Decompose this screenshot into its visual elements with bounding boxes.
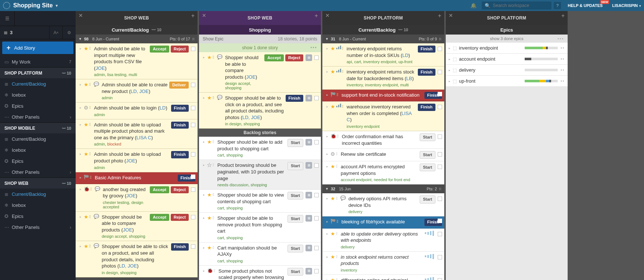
story-checkbox[interactable] — [314, 269, 319, 273]
story-card[interactable]: ▸ 🏁 Basic Admin Features Finish — [76, 172, 198, 184]
my-work-nav[interactable]: ▭ My Work 7 — [0, 56, 76, 67]
expand-icon[interactable]: ▸ — [203, 193, 205, 197]
expand-icon[interactable]: ▸ — [80, 176, 82, 179]
estimate-picker[interactable] — [425, 254, 434, 259]
finish-button[interactable]: Finish — [171, 243, 189, 250]
story-card[interactable]: ▸ ★ 💬 Admin should be able to create new… — [76, 79, 198, 103]
story-labels[interactable]: needs discussion, shopping — [217, 183, 286, 187]
story-card[interactable]: ▸ ★ 💬 delivery options API returns devic… — [322, 193, 444, 216]
story-checkbox[interactable] — [191, 152, 195, 157]
close-icon[interactable]: ✕ — [79, 12, 83, 18]
show-done-epics[interactable]: show 3 done epics••• — [446, 35, 568, 43]
add-story-button[interactable]: Add Story — [2, 42, 73, 54]
drag-handle[interactable] — [341, 47, 344, 50]
drag-handle[interactable] — [336, 135, 339, 137]
panel-count[interactable]: 3 — [0, 26, 49, 39]
star-icon[interactable]: ★ — [207, 192, 212, 197]
drag-handle[interactable] — [88, 83, 91, 86]
story-card[interactable]: ▸ ★ differentiate online and physical — [322, 275, 444, 280]
finish-button[interactable]: Finish — [418, 46, 435, 53]
story-labels[interactable]: chester testing, design accepted — [103, 200, 148, 209]
close-icon[interactable]: ✕ — [202, 12, 206, 18]
expand-icon[interactable]: ▸ — [326, 255, 328, 259]
start-button[interactable]: Start — [287, 245, 303, 252]
story-checkbox[interactable] — [438, 232, 442, 236]
star-icon[interactable]: ★ — [330, 231, 335, 236]
sidebar-section[interactable]: SHOP WEB10 — [0, 177, 76, 189]
bell-icon[interactable]: 🔔 — [470, 3, 477, 8]
chevron-down-icon[interactable]: ▼ — [55, 4, 59, 8]
story-menu-icon[interactable]: ✲ — [305, 215, 312, 222]
accept-button[interactable]: Accept — [150, 46, 169, 53]
star-icon[interactable]: ★ — [84, 151, 88, 157]
story-card[interactable]: ▸ ★ account API returns encrypted paymen… — [322, 161, 444, 184]
show-done-row[interactable]: show 1 done story••• — [199, 43, 321, 52]
epic-row[interactable]: ▸ ⬚ delivery •• — [446, 65, 568, 76]
accept-button[interactable]: Accept — [150, 214, 169, 221]
story-labels[interactable]: design accept, shopping — [225, 81, 263, 90]
sidebar-item[interactable]: ❄Icebox — [0, 144, 76, 155]
story-card[interactable]: ▸ 🏁 support front end in-stock notificat… — [322, 90, 444, 101]
deliver-button[interactable]: Deliver — [169, 82, 189, 89]
finish-button[interactable]: Finish — [171, 122, 189, 129]
story-card[interactable]: ▸ ★ Shopper should be able to remove pro… — [199, 213, 321, 243]
drag-handle[interactable] — [212, 164, 215, 166]
user-menu[interactable]: LISACRISPIN — [612, 3, 641, 8]
story-checkbox[interactable] — [438, 134, 442, 139]
story-checkbox[interactable] — [314, 55, 319, 60]
story-labels[interactable]: inventory — [341, 268, 423, 272]
expand-icon[interactable]: ▸ — [80, 47, 82, 50]
drag-handle[interactable] — [212, 246, 215, 249]
epic-subheader[interactable]: Show Epic18 stories, 18 points — [199, 35, 321, 43]
story-menu-icon[interactable]: ✲ — [305, 245, 312, 251]
drag-handle[interactable] — [88, 152, 91, 155]
star-icon[interactable]: ★ — [330, 196, 335, 201]
story-labels[interactable]: admin — [94, 165, 170, 170]
story-card[interactable]: ▸ 🏁 bleeking of fiblrhjock available Fin… — [322, 216, 444, 228]
star-icon[interactable]: ★ — [207, 215, 212, 220]
expand-icon[interactable]: ▸ — [80, 215, 82, 219]
story-checkbox[interactable] — [191, 83, 195, 87]
search-input[interactable] — [493, 3, 549, 8]
story-card[interactable]: ▸ ⚙ Renew site certificate Start — [322, 149, 444, 161]
reject-button[interactable]: Reject — [171, 46, 189, 53]
font-size-button[interactable]: AA — [49, 26, 62, 39]
drag-handle[interactable] — [90, 188, 93, 190]
story-card[interactable]: ▸ ★ inventory endpoint returns number of… — [322, 43, 444, 67]
story-labels[interactable]: in design, shopping — [102, 270, 170, 275]
menu-icon[interactable]: ☰ — [0, 11, 15, 26]
drag-handle[interactable] — [335, 232, 338, 235]
iteration-header[interactable]: ▼318 Jun - CurrentPts: 0 of 9⎘ — [322, 35, 444, 43]
iteration-header[interactable]: ▼3215 JunPts: 2⎘ — [322, 184, 444, 193]
star-icon[interactable]: ★ — [207, 162, 212, 168]
story-checkbox[interactable] — [191, 47, 195, 51]
story-checkbox[interactable] — [314, 216, 319, 220]
story-checkbox[interactable] — [191, 187, 195, 192]
finish-button[interactable]: Finish — [418, 69, 435, 76]
story-checkbox[interactable] — [438, 165, 442, 169]
story-labels[interactable]: inventory, inventory endpoint, multi — [347, 83, 416, 87]
drag-handle[interactable] — [212, 193, 215, 196]
story-card[interactable]: ▸ ★ 💬 Shopper should be able to compare … — [76, 212, 198, 241]
story-card[interactable]: ▸ ★ Shopper should be able to view conte… — [199, 190, 321, 213]
finish-button[interactable]: Finish — [171, 105, 189, 112]
story-checkbox[interactable] — [191, 215, 195, 219]
drag-handle[interactable] — [89, 176, 92, 179]
reject-button[interactable]: Reject — [285, 54, 303, 61]
start-button[interactable]: Start — [287, 192, 303, 200]
expand-icon[interactable]: ▸ — [326, 70, 328, 73]
start-button[interactable]: Start — [287, 139, 303, 147]
drag-handle[interactable] — [88, 215, 91, 218]
star-icon[interactable]: ★ — [330, 164, 335, 169]
drag-handle[interactable] — [336, 220, 339, 223]
story-labels[interactable]: delivery — [341, 245, 423, 249]
expand-icon[interactable]: ▸ — [326, 278, 328, 280]
drag-handle[interactable] — [212, 96, 215, 99]
story-card[interactable]: ▸ ★ Admin should be able to import multi… — [76, 43, 198, 79]
expand-icon[interactable]: ▸ — [326, 232, 328, 236]
accept-button[interactable]: Accept — [264, 54, 284, 61]
start-button[interactable]: Start — [287, 215, 303, 223]
expand-icon[interactable]: ▸ — [449, 79, 451, 83]
expand-icon[interactable]: ▸ — [326, 47, 328, 50]
story-labels[interactable]: delivery — [348, 209, 418, 214]
